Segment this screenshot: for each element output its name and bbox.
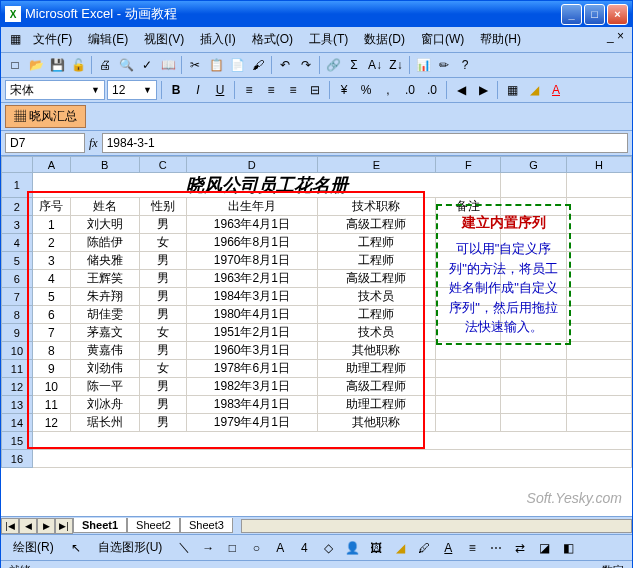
cell[interactable]: 储央雅: [70, 252, 139, 270]
cell[interactable]: 琚长州: [70, 414, 139, 432]
row-header[interactable]: 16: [2, 450, 33, 468]
menu-help[interactable]: 帮助(H): [472, 29, 529, 50]
cell[interactable]: 出生年月: [187, 198, 318, 216]
cell[interactable]: 技术员: [317, 288, 436, 306]
cell[interactable]: 刘冰舟: [70, 396, 139, 414]
fillcolor-icon[interactable]: ◢: [390, 538, 410, 558]
cell[interactable]: 陈皓伊: [70, 234, 139, 252]
cell[interactable]: 3: [32, 252, 70, 270]
row-header[interactable]: 10: [2, 342, 33, 360]
autoshape-menu[interactable]: 自选图形(U): [90, 537, 171, 558]
currency-button[interactable]: ¥: [334, 80, 354, 100]
cell[interactable]: [436, 396, 501, 414]
comma-button[interactable]: ,: [378, 80, 398, 100]
cell[interactable]: 1966年8月1日: [187, 234, 318, 252]
cell[interactable]: 刘劲伟: [70, 360, 139, 378]
align-right-button[interactable]: ≡: [283, 80, 303, 100]
menu-edit[interactable]: 编辑(E): [80, 29, 136, 50]
increase-indent-button[interactable]: ▶: [473, 80, 493, 100]
horizontal-scrollbar[interactable]: [241, 519, 632, 533]
arrowstyle-icon[interactable]: ⇄: [510, 538, 530, 558]
align-center-button[interactable]: ≡: [261, 80, 281, 100]
cell[interactable]: [436, 414, 501, 432]
menu-view[interactable]: 视图(V): [136, 29, 192, 50]
cell[interactable]: 高级工程师: [317, 216, 436, 234]
cell[interactable]: 10: [32, 378, 70, 396]
cell[interactable]: 工程师: [317, 234, 436, 252]
merge-button[interactable]: ⊟: [305, 80, 325, 100]
cell[interactable]: 1978年6月1日: [187, 360, 318, 378]
col-header[interactable]: A: [32, 157, 70, 173]
cell[interactable]: 黄嘉伟: [70, 342, 139, 360]
cell[interactable]: 朱卉翔: [70, 288, 139, 306]
cell[interactable]: 1982年3月1日: [187, 378, 318, 396]
hyperlink-icon[interactable]: 🔗: [323, 55, 343, 75]
menu-file[interactable]: 文件(F): [25, 29, 80, 50]
row-header[interactable]: 13: [2, 396, 33, 414]
col-header[interactable]: D: [187, 157, 318, 173]
sheet-tab[interactable]: Sheet2: [127, 518, 180, 533]
cell[interactable]: [436, 378, 501, 396]
sort-asc-icon[interactable]: A↓: [365, 55, 385, 75]
nav-next-button[interactable]: ▶: [37, 518, 55, 534]
research-icon[interactable]: 📖: [158, 55, 178, 75]
cell[interactable]: 5: [32, 288, 70, 306]
sheet-tab[interactable]: Sheet3: [180, 518, 233, 533]
fontcolor-icon[interactable]: A: [438, 538, 458, 558]
cell[interactable]: 胡佳雯: [70, 306, 139, 324]
font-size-select[interactable]: 12▼: [107, 80, 157, 100]
arrow-icon[interactable]: →: [198, 538, 218, 558]
col-header[interactable]: F: [436, 157, 501, 173]
nav-prev-button[interactable]: ◀: [19, 518, 37, 534]
zoom-icon[interactable]: ?: [455, 55, 475, 75]
row-header[interactable]: 5: [2, 252, 33, 270]
wordart-icon[interactable]: 4: [294, 538, 314, 558]
nav-last-button[interactable]: ▶|: [55, 518, 73, 534]
fx-icon[interactable]: fx: [89, 136, 98, 151]
italic-button[interactable]: I: [188, 80, 208, 100]
draw-menu[interactable]: 绘图(R): [5, 537, 62, 558]
cell[interactable]: 女: [139, 324, 186, 342]
help-input[interactable]: _ ×: [603, 29, 628, 50]
picture-icon[interactable]: 🖼: [366, 538, 386, 558]
oval-icon[interactable]: ○: [246, 538, 266, 558]
row-header[interactable]: 8: [2, 306, 33, 324]
print-icon[interactable]: 🖨: [95, 55, 115, 75]
workbook-tab[interactable]: ▦ 晓风汇总: [5, 105, 86, 128]
linecolor-icon[interactable]: 🖊: [414, 538, 434, 558]
row-header[interactable]: 2: [2, 198, 33, 216]
chart-icon[interactable]: 📊: [413, 55, 433, 75]
cell[interactable]: 工程师: [317, 252, 436, 270]
paste-icon[interactable]: 📄: [227, 55, 247, 75]
cell[interactable]: 4: [32, 270, 70, 288]
cell[interactable]: 1980年4月1日: [187, 306, 318, 324]
row-header[interactable]: 7: [2, 288, 33, 306]
new-icon[interactable]: □: [5, 55, 25, 75]
worksheet-grid[interactable]: A B C D E F G H 1晓风公司员工花名册 2 序号 姓名 性别 出生…: [1, 156, 632, 516]
undo-icon[interactable]: ↶: [275, 55, 295, 75]
underline-button[interactable]: U: [210, 80, 230, 100]
cell[interactable]: 1983年4月1日: [187, 396, 318, 414]
row-header[interactable]: 11: [2, 360, 33, 378]
col-header[interactable]: G: [501, 157, 566, 173]
row-header[interactable]: 1: [2, 173, 33, 198]
textbox-icon[interactable]: A: [270, 538, 290, 558]
cell[interactable]: 女: [139, 360, 186, 378]
cell[interactable]: 刘大明: [70, 216, 139, 234]
menu-insert[interactable]: 插入(I): [192, 29, 243, 50]
cell[interactable]: 其他职称: [317, 342, 436, 360]
cell[interactable]: 6: [32, 306, 70, 324]
cell[interactable]: 1963年4月1日: [187, 216, 318, 234]
cell[interactable]: 技术职称: [317, 198, 436, 216]
cell[interactable]: 女: [139, 234, 186, 252]
row-header[interactable]: 3: [2, 216, 33, 234]
cell[interactable]: 姓名: [70, 198, 139, 216]
open-icon[interactable]: 📂: [26, 55, 46, 75]
cell[interactable]: 助理工程师: [317, 360, 436, 378]
border-button[interactable]: ▦: [502, 80, 522, 100]
cell[interactable]: 1970年8月1日: [187, 252, 318, 270]
sheet-tab[interactable]: Sheet1: [73, 518, 127, 533]
cell[interactable]: 技术员: [317, 324, 436, 342]
menu-format[interactable]: 格式(O): [244, 29, 301, 50]
row-header[interactable]: 9: [2, 324, 33, 342]
